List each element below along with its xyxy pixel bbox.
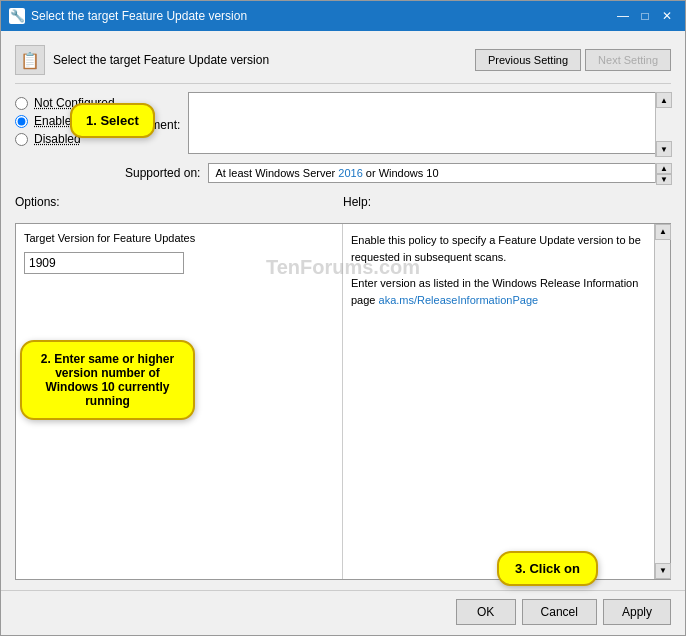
window-title: Select the target Feature Update version [31,9,247,23]
comment-textarea[interactable] [188,92,671,154]
header-title: Select the target Feature Update version [53,53,269,67]
previous-setting-button[interactable]: Previous Setting [475,49,581,71]
ok-button[interactable]: OK [456,599,516,625]
version-input[interactable]: 1909 [24,252,184,274]
comment-scroll-up[interactable]: ▲ [656,92,672,108]
help-text-1: Enable this policy to specify a Feature … [351,232,662,265]
header-icon: 📋 [15,45,45,75]
options-label: Options: [15,195,343,209]
help-scroll-down[interactable]: ▼ [655,563,671,579]
disabled-radio[interactable] [15,133,28,146]
close-button[interactable]: ✕ [657,6,677,26]
help-link[interactable]: aka.ms/ReleaseInformationPage [379,294,539,306]
next-setting-button[interactable]: Next Setting [585,49,671,71]
supported-label: Supported on: [125,166,200,180]
minimize-button[interactable]: — [613,6,633,26]
enabled-radio[interactable] [15,115,28,128]
comment-scroll-down[interactable]: ▼ [656,141,672,157]
supported-value-box: At least Windows Server 2016 or Windows … [208,163,671,183]
help-text-2: Enter version as listed in the Windows R… [351,275,662,308]
title-bar: 🔧 Select the target Feature Update versi… [1,1,685,31]
bottom-bar: OK Cancel Apply [1,590,685,635]
annotation-step2: 2. Enter same or higher version number o… [20,340,195,420]
supported-link[interactable]: 2016 [338,167,362,179]
header-row: 📋 Select the target Feature Update versi… [15,41,671,84]
help-label: Help: [343,195,671,209]
annotation-step1: 1. Select [70,103,155,138]
supported-scroll-up[interactable]: ▲ [656,163,672,174]
not-configured-radio[interactable] [15,97,28,110]
supported-scroll-down[interactable]: ▼ [656,174,672,185]
help-panel: Enable this policy to specify a Feature … [343,224,670,579]
apply-button[interactable]: Apply [603,599,671,625]
cancel-button[interactable]: Cancel [522,599,597,625]
annotation-step3: 3. Click on [497,551,598,586]
maximize-button[interactable]: □ [635,6,655,26]
window-icon: 🔧 [9,8,25,24]
options-field-label: Target Version for Feature Updates [24,232,334,244]
help-scroll-up[interactable]: ▲ [655,224,671,240]
